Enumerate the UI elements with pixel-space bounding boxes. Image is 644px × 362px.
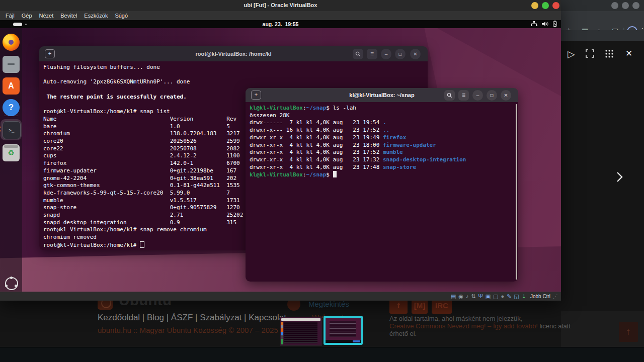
recording-icon[interactable]: ● [501, 294, 504, 299]
machine-tools-icon[interactable]: ✎ [507, 294, 511, 299]
guest-display[interactable]: aug. 23. 19:55 A ? >_ ♻ [0, 20, 561, 292]
terminal-line: Auto-removing '2pxz8Gk6SXQNmtURhn0P'... … [43, 78, 428, 86]
terminal-title: kl@kl-VirtualBox: ~/snap [349, 92, 414, 98]
minimize-button[interactable]: – [472, 90, 483, 101]
firefox-dock-icon[interactable] [3, 34, 20, 51]
terminal-line: drwxr-xr-x 4 kl kl 4,0K aug 23 18:00 fir… [250, 142, 518, 149]
terminal-line: drwxr-xr-x 4 kl kl 4,0K aug 23 17:48 sna… [250, 164, 518, 171]
new-tab-button[interactable]: + [251, 90, 261, 100]
window-thumbnail-1[interactable] [280, 317, 322, 346]
usb-devices-icon[interactable]: Ψ [478, 294, 482, 299]
close-button[interactable]: ✕ [501, 90, 511, 101]
close-overlay-icon[interactable]: ✕ [625, 48, 632, 59]
vm-maximize-button[interactable] [542, 2, 549, 9]
vm-close-button[interactable] [552, 2, 559, 9]
screen: ☆ ▦ ● ▢ | ⋮ Shopelektro Bt. » ▷ ✕ ↑ [0, 0, 644, 362]
terminal-dock-icon[interactable]: >_ [3, 121, 21, 139]
vm-menubar: Fájl Gép Nézet Bevitel Eszközök Súgó [0, 11, 561, 20]
vm-window-title: ubi [Fut] - Oracle VirtualBox [244, 2, 317, 8]
ubuntu-dock: A ? >_ ♻ [0, 28, 22, 292]
hdd-activity-icon[interactable]: ▤ [451, 294, 456, 299]
vm-status-icons: ▤◉♪⇅Ψ▣▢●✎◱⇣ [451, 294, 526, 299]
workspace-dot-indicator[interactable] [25, 24, 27, 25]
menu-input[interactable]: Bevitel [57, 13, 80, 19]
vm-statusbar: ▤◉♪⇅Ψ▣▢●✎◱⇣ Jobb Ctrl ⋰ [0, 292, 561, 301]
search-button[interactable] [353, 49, 363, 59]
footer-nav-links[interactable]: Kezdőoldal | Blog | ÁSZF | Szabályzat | … [98, 313, 286, 323]
terminal-line [43, 71, 428, 79]
terminal-dock-focus: >_ [1, 119, 22, 140]
footer-copyright: ubuntu.hu :: Magyar Ubuntu Közösség © 20… [98, 326, 278, 334]
close-button[interactable]: ✕ [410, 49, 421, 59]
browser-maximize-button[interactable] [622, 2, 629, 9]
guest-clock[interactable]: aug. 23. 19:55 [263, 21, 299, 27]
menu-help[interactable]: Súgó [111, 13, 131, 19]
battery-icon[interactable] [553, 20, 557, 29]
browser-close-button[interactable] [632, 2, 639, 9]
menu-button[interactable]: ≡ [458, 90, 469, 101]
play-icon[interactable]: ▷ [568, 48, 575, 60]
terminal-cursor [333, 171, 337, 177]
license-text-rest: licenc alatt [538, 322, 571, 330]
apps-grid-icon[interactable] [605, 50, 613, 60]
shared-folders-icon[interactable]: ▣ [486, 294, 491, 299]
thumbnail-dock [281, 322, 283, 344]
terminal-scrollbar[interactable] [516, 104, 517, 280]
volume-icon[interactable] [542, 20, 548, 29]
window-thumbnail-2-selected[interactable] [324, 316, 363, 345]
workspace-pill-indicator[interactable] [13, 23, 22, 26]
minimize-button[interactable]: – [381, 49, 391, 59]
vm-titlebar[interactable]: ubi [Fut] - Oracle VirtualBox [0, 0, 561, 11]
terminal-headerbar[interactable]: + root@kl-VirtualBox: /home/kl ≡ – ▢ ✕ [39, 46, 428, 61]
browser-minimize-button[interactable] [611, 2, 618, 9]
menu-view[interactable]: Nézet [36, 13, 57, 19]
thumbnail-terminal [330, 321, 356, 337]
resize-grip[interactable]: ⋰ [553, 294, 558, 299]
optical-drive-icon[interactable]: ◉ [458, 294, 463, 299]
terminal-title: root@kl-VirtualBox: /home/kl [195, 51, 271, 57]
maximize-button[interactable]: ▢ [487, 90, 497, 101]
virtualbox-vm-window: ubi [Fut] - Oracle VirtualBox Fájl Gép N… [0, 0, 561, 301]
thumbnail-titlebar [281, 318, 320, 321]
terminal-line: drwx------ 7 kl kl 4,0K aug 23 19:54 . [250, 119, 518, 127]
vm-minimize-button[interactable] [531, 2, 538, 9]
host-key-label: Jobb Ctrl [530, 294, 550, 299]
app-center-dock-icon[interactable]: A [3, 77, 20, 95]
keyboard-capture-icon[interactable]: ⇣ [522, 294, 526, 299]
help-dock-icon[interactable]: ? [3, 99, 20, 116]
terminal-line: kl@kl-VirtualBox:~/snap$ [250, 171, 518, 179]
display-icon[interactable]: ▢ [493, 294, 498, 299]
terminal-output[interactable]: kl@kl-VirtualBox:~/snap$ ls -lahösszesen… [246, 102, 518, 282]
new-tab-button[interactable]: + [45, 49, 55, 58]
terminal-line: drwxr-xr-x 4 kl kl 4,0K aug 23 17:52 mum… [250, 149, 518, 156]
host-taskbar: ✉ >_ ♫ DC ↻ ⚙ ▦ VB VB HU ≈ M ✓ 11 ◀✕ ϟ 1… [0, 347, 644, 362]
next-chevron-icon[interactable] [616, 171, 623, 185]
network-tree-icon[interactable] [531, 20, 537, 29]
terminal-line: drwxr-xr-x 4 kl kl 4,0K aug 23 19:49 fir… [250, 134, 518, 142]
thumbnail-terminal [284, 322, 317, 343]
terminal-line: drwxr-xr-x 4 kl kl 4,0K aug 23 17:32 sna… [250, 156, 518, 164]
scroll-to-top-button[interactable]: ↑ [619, 322, 638, 342]
menu-file[interactable]: Fájl [2, 13, 18, 19]
search-button[interactable] [444, 90, 455, 101]
license-text-line2: Creative Commons Nevezd meg! – Így add t… [389, 322, 571, 330]
terminal-cursor [140, 241, 144, 248]
running-instances-dots [0, 125, 1, 133]
menu-devices[interactable]: Eszközök [80, 13, 111, 19]
terminal-headerbar[interactable]: + kl@kl-VirtualBox: ~/snap ≡ – ▢ ✕ [246, 88, 518, 102]
fullscreen-icon[interactable] [586, 49, 594, 60]
footer-view-link[interactable]: Megtekintés [308, 300, 349, 308]
up-arrow-icon: ↑ [626, 326, 631, 337]
network-adapters-icon[interactable]: ⇅ [471, 294, 475, 299]
audio-icon[interactable]: ♪ [466, 294, 469, 299]
creative-commons-link[interactable]: Creative Commons Nevezd meg! – Így add t… [389, 322, 538, 330]
menu-button[interactable]: ≡ [367, 49, 377, 59]
dock-divider [4, 116, 18, 116]
menu-machine[interactable]: Gép [18, 13, 36, 19]
terminal-window-user[interactable]: + kl@kl-VirtualBox: ~/snap ≡ – ▢ ✕ kl@kl… [246, 88, 518, 282]
ubuntu-logo-icon[interactable] [5, 277, 18, 290]
mouse-integration-icon[interactable]: ◱ [514, 294, 519, 299]
files-dock-icon[interactable] [3, 56, 20, 73]
trash-dock-icon[interactable]: ♻ [3, 144, 20, 161]
maximize-button[interactable]: ▢ [395, 49, 406, 59]
